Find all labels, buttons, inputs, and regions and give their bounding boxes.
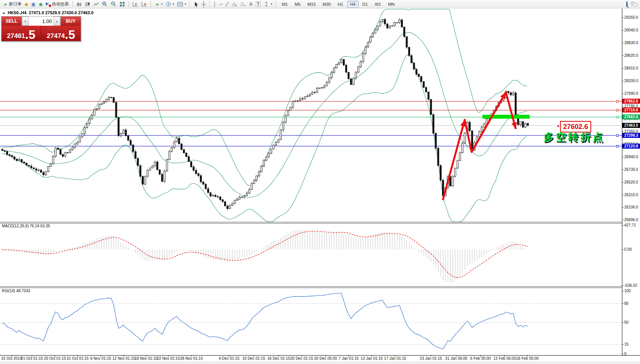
trendline-button[interactable]: ╱ [224,1,230,8]
candle-body [268,153,269,157]
candle-body [156,162,158,170]
sell-price-frac: .5 [25,29,35,40]
highlight-bar[interactable] [482,115,530,119]
navigator-button[interactable]: ◉ [37,1,44,8]
candle-body [89,119,90,124]
timeframe-d1[interactable]: D1 [359,1,371,8]
timeframe-m15[interactable]: M15 [304,1,319,8]
candle-body [341,60,342,63]
zoom-in-button[interactable] [100,1,109,8]
fibonacci-button[interactable]: F [239,1,248,8]
new-order-icon: ＋ [3,2,8,7]
timeframe-mn[interactable]: MN [385,1,397,8]
sell-button[interactable]: SELL [2,17,22,26]
zoom-out-button[interactable] [109,1,118,8]
candle-body [346,65,347,73]
candle-body [370,37,371,42]
chart-area[interactable]: 29250.029040.028830.028620.028410.028200… [0,8,640,364]
candle-body [253,180,255,184]
sell-price[interactable]: 27461 .5 [2,26,41,41]
candle-body [91,115,93,119]
candle-body [324,86,325,88]
line-chart-icon [93,2,99,7]
timeframe-m1[interactable]: M1 [279,1,291,8]
line-chart-button[interactable] [92,1,100,8]
volume-value[interactable]: 1.00 [29,17,53,26]
autoscroll-icon [133,2,138,7]
candle-body [38,170,40,170]
candle-body [11,156,13,157]
search-icon[interactable] [626,2,628,7]
candle-body [290,107,291,110]
rsi-pane-label: RSI(14) 48.7243 [2,289,30,293]
navigator-icon: ◉ [39,2,43,7]
arrows-button[interactable]: ▾ [262,1,274,8]
vertical-line-button[interactable]: │ [212,1,218,8]
timeframe-h4[interactable]: H4 [347,1,359,8]
timeframe-w1[interactable]: W1 [372,1,384,8]
candle-chart-button[interactable] [83,1,92,8]
candle-body [219,197,221,200]
candle-body [304,97,306,99]
text-button[interactable]: A [248,1,254,8]
bar-chart-button[interactable] [75,1,83,8]
periods-button[interactable]: ▾ [164,1,176,8]
candle-body [181,144,182,150]
candle-body [205,184,206,189]
volume-decrease-button[interactable]: ▼ [22,17,29,26]
candle-body [234,200,236,204]
annotation-text[interactable]: 多空转折点 [544,130,605,144]
timeframe-m5[interactable]: M5 [292,1,304,8]
candle-body [316,88,318,92]
chart-shift-button[interactable] [140,1,149,8]
collapse-triangle-icon[interactable]: ▲ [2,11,5,15]
toolbar: ＋ 新订单 ◆ ▣ ◉ ▶ 自动交易 [0,0,640,8]
candle-body [287,111,289,116]
chat-icon[interactable] [631,2,638,7]
candle-body [93,109,95,115]
timeframe-h1[interactable]: H1 [335,1,346,8]
candle-body [222,200,223,202]
candle-body [416,69,417,74]
horizontal-line-button[interactable]: ─ [218,1,224,8]
candle-body [188,157,190,162]
candle-body [161,174,163,182]
candle-body [135,152,136,159]
candle-body [178,138,180,144]
candle-body [159,170,161,174]
candle-body [140,165,141,176]
volume-increase-button[interactable]: ▲ [53,17,60,26]
buy-price[interactable]: 27474 .5 [41,26,81,41]
crosshair-button[interactable]: ┼ [200,1,207,8]
candle-body [294,101,296,101]
candle-body [96,109,98,109]
templates-button[interactable]: ▾ [176,1,188,8]
candle-body [171,147,173,151]
new-order-button[interactable]: ＋ 新订单 [2,1,23,8]
autotrade-button[interactable]: ▶ 自动交易 [44,1,70,8]
horizontal-line-icon: ─ [219,2,223,7]
autoscroll-button[interactable] [131,1,140,8]
cursor-button[interactable] [192,1,200,8]
indicators-button[interactable]: ＋ ▾ [153,1,164,8]
candle-body [396,23,398,23]
symbol-name: HK50-,H4 [8,10,27,15]
candle-body [232,204,233,205]
tile-windows-button[interactable] [118,1,126,8]
candle-body [23,162,25,163]
candle-body [4,151,5,151]
chart-line [2,32,527,197]
candle-body [508,91,509,93]
fibonacci-icon: F [240,2,246,7]
candle-body [321,88,323,88]
buy-button[interactable]: BUY [61,17,81,26]
channel-button[interactable]: E [230,1,239,8]
text-label-button[interactable]: T [254,1,262,8]
arrowhead-icon [460,120,466,127]
data-window-button[interactable]: ▣ [30,1,37,8]
tile-windows-icon [120,2,125,7]
chevron-down-icon: ▾ [185,2,186,6]
market-watch-icon: ◆ [25,2,28,7]
market-watch-button[interactable]: ◆ [23,1,30,8]
timeframe-m30[interactable]: M30 [319,1,334,8]
